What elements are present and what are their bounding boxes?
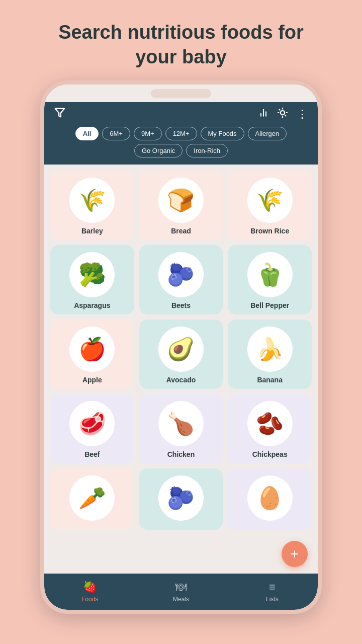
food-name-label: Beets [171,301,191,309]
tab-myfoods[interactable]: My Foods [201,127,244,140]
food-name-label: Banana [257,376,283,384]
food-name-label: Bread [171,227,191,235]
food-card[interactable]: 🍗Chicken [139,394,223,463]
notch [151,89,211,98]
food-card[interactable]: 🥕 [50,468,134,530]
header-right-icons: ⋮ [258,108,308,121]
food-icon-circle: 🍎 [69,327,115,372]
food-card[interactable]: 🌾Brown Rice [228,171,312,240]
food-card[interactable]: 🫐Beets [139,245,223,314]
chart-icon[interactable] [258,108,268,121]
foods-nav-icon: 🍓 [83,581,97,594]
nav-lists[interactable]: ≡ Lists [227,574,318,610]
food-grid: 🌾Barley🍞Bread🌾Brown Rice🥦Asparagus🫐Beets… [50,171,312,530]
food-card[interactable]: 🫐 [139,468,223,530]
food-icon-circle: 🥚 [247,475,293,521]
food-name-label: Brown Rice [250,227,289,235]
bottom-nav: 🍓 Foods 🍽 Meals ≡ Lists [44,574,318,610]
food-card[interactable]: 🥚 [228,468,312,530]
tab-organic[interactable]: Go Organic [134,144,183,157]
status-bar [44,85,318,102]
food-name-label: Barley [81,227,103,235]
food-icon-circle: 🌾 [247,178,293,223]
food-icon-circle: 🥑 [158,327,204,372]
food-card[interactable]: 🍎Apple [50,319,134,389]
svg-marker-0 [55,109,64,117]
filter-tabs: All 6M+ 9M+ 12M+ My Foods Allergen Go Or… [54,127,308,157]
nav-foods[interactable]: 🍓 Foods [44,574,135,610]
tab-9m[interactable]: 9M+ [134,127,162,140]
food-card[interactable]: 🍞Bread [139,171,223,240]
food-icon-circle: 🫑 [247,252,293,297]
fab-button[interactable]: + [282,541,308,567]
food-icon-circle: 🌾 [69,178,115,223]
tab-allergen[interactable]: Allergen [248,127,287,140]
food-name-label: Chicken [167,450,195,458]
more-icon[interactable]: ⋮ [297,108,308,121]
svg-point-4 [281,110,285,114]
food-icon-circle: 🍗 [158,401,204,446]
tab-12m[interactable]: 12M+ [165,127,197,140]
tab-6m[interactable]: 6M+ [102,127,130,140]
page-title: Search nutritious foods for your baby [0,0,362,80]
food-icon-circle: 🍌 [247,327,293,372]
food-icon-circle: 🍞 [158,178,204,223]
nav-meals[interactable]: 🍽 Meals [135,574,226,610]
food-card[interactable]: 🫘Chickpeas [228,394,312,463]
bulb-icon[interactable] [278,108,288,121]
tab-iron[interactable]: Iron-Rich [186,144,228,157]
meals-nav-icon: 🍽 [175,581,187,594]
app-header: ⋮ All 6M+ 9M+ 12M+ My Foods Allergen Go … [44,102,318,165]
food-icon-circle: 🫐 [158,252,204,297]
food-card[interactable]: 🥦Asparagus [50,245,134,314]
food-card[interactable]: 🫑Bell Pepper [228,245,312,314]
food-grid-container: 🌾Barley🍞Bread🌾Brown Rice🥦Asparagus🫐Beets… [44,165,318,574]
food-card[interactable]: 🌾Barley [50,171,134,240]
food-name-label: Bell Pepper [250,301,289,309]
food-icon-circle: 🥩 [69,401,115,446]
food-card[interactable]: 🥑Avocado [139,319,223,389]
lists-nav-icon: ≡ [269,581,276,594]
food-name-label: Avocado [166,376,196,384]
food-icon-circle: 🥦 [69,252,115,297]
food-icon-circle: 🫐 [158,475,204,521]
header-icons-row: ⋮ [54,107,308,121]
lists-nav-label: Lists [266,596,279,603]
food-card[interactable]: 🍌Banana [228,319,312,389]
food-name-label: Beef [84,450,100,458]
svg-line-7 [280,109,280,110]
filter-icon[interactable] [54,107,65,121]
food-name-label: Apple [82,376,102,384]
food-icon-circle: 🥕 [69,475,115,521]
meals-nav-label: Meals [173,596,189,603]
foods-nav-label: Foods [81,596,98,603]
food-card[interactable]: 🥩Beef [50,394,134,463]
phone-frame: ⋮ All 6M+ 9M+ 12M+ My Foods Allergen Go … [40,80,322,614]
food-icon-circle: 🫘 [247,401,293,446]
food-name-label: Chickpeas [252,450,288,458]
tab-all[interactable]: All [75,127,99,140]
svg-line-8 [285,115,286,116]
food-name-label: Asparagus [74,301,110,309]
